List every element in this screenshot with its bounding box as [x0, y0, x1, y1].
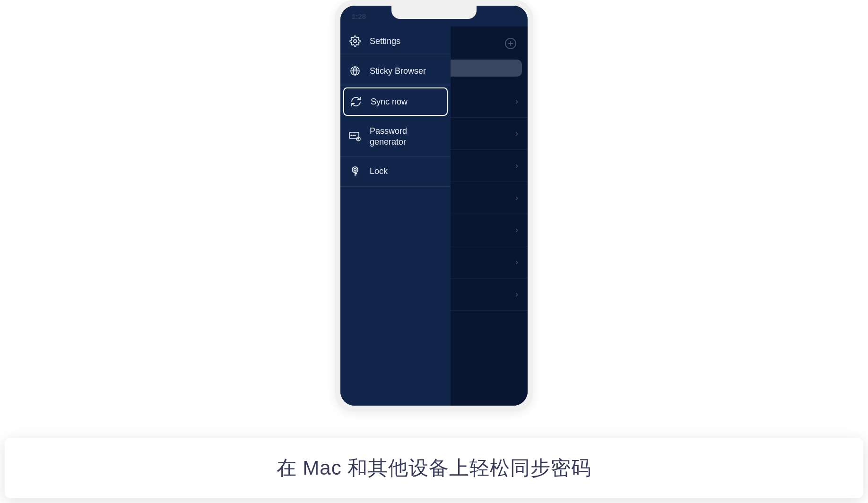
status-time: 1:28	[352, 12, 366, 20]
sidebar-item-lock[interactable]: Lock	[340, 157, 451, 187]
sidebar-item-sticky-browser[interactable]: www Sticky Browser	[340, 56, 451, 86]
svg-point-6	[355, 135, 356, 136]
caption-card: 在 Mac 和其他设备上轻松同步密码	[5, 438, 863, 498]
chevron-right-icon: ›	[515, 193, 518, 203]
svg-point-0	[354, 40, 356, 43]
list-area: › › › › › › ›	[451, 86, 528, 406]
sidebar-item-label: Password generator	[370, 126, 442, 148]
sidebar-item-label: Sticky Browser	[370, 66, 426, 76]
chevron-right-icon: ›	[515, 257, 518, 267]
list-item[interactable]: ›	[451, 214, 528, 246]
sidebar-item-label: Sync now	[371, 97, 408, 107]
chevron-right-icon: ›	[515, 96, 518, 106]
caption-text: 在 Mac 和其他设备上轻松同步密码	[14, 455, 854, 481]
sidebar-item-settings[interactable]: Settings	[340, 26, 451, 56]
password-icon	[349, 130, 361, 143]
sync-icon	[350, 95, 362, 108]
globe-icon: www	[349, 65, 361, 77]
list-item[interactable]: ›	[451, 86, 528, 118]
sidebar-item-label: Settings	[370, 36, 400, 46]
svg-point-4	[351, 135, 352, 136]
chevron-right-icon: ›	[515, 129, 518, 139]
lock-icon	[349, 165, 361, 178]
chevron-right-icon: ›	[515, 161, 518, 171]
plus-circle-icon	[504, 37, 517, 50]
phone-screen: 1:28 Settings	[340, 6, 528, 406]
svg-point-5	[353, 135, 354, 136]
sidebar-item-sync-now[interactable]: Sync now	[343, 87, 448, 116]
search-bar[interactable]	[451, 60, 522, 77]
sidebar-item-password-generator[interactable]: Password generator	[340, 117, 451, 157]
list-item[interactable]: ›	[451, 278, 528, 311]
phone-notch	[391, 6, 477, 19]
svg-point-9	[354, 168, 356, 171]
gear-icon	[349, 35, 361, 47]
list-item[interactable]: ›	[451, 150, 528, 182]
app-content: Settings www Sticky Browser	[340, 26, 528, 406]
main-panel: › › › › › › ›	[451, 26, 528, 406]
chevron-right-icon: ›	[515, 289, 518, 299]
list-item[interactable]: ›	[451, 182, 528, 214]
sidebar-item-label: Lock	[370, 166, 388, 176]
phone-frame: 1:28 Settings	[335, 0, 533, 411]
chevron-right-icon: ›	[515, 225, 518, 235]
list-item[interactable]: ›	[451, 118, 528, 150]
sidebar-menu: Settings www Sticky Browser	[340, 26, 451, 406]
list-item[interactable]: ›	[451, 246, 528, 278]
svg-text:www: www	[353, 68, 358, 70]
add-button[interactable]	[504, 37, 517, 50]
